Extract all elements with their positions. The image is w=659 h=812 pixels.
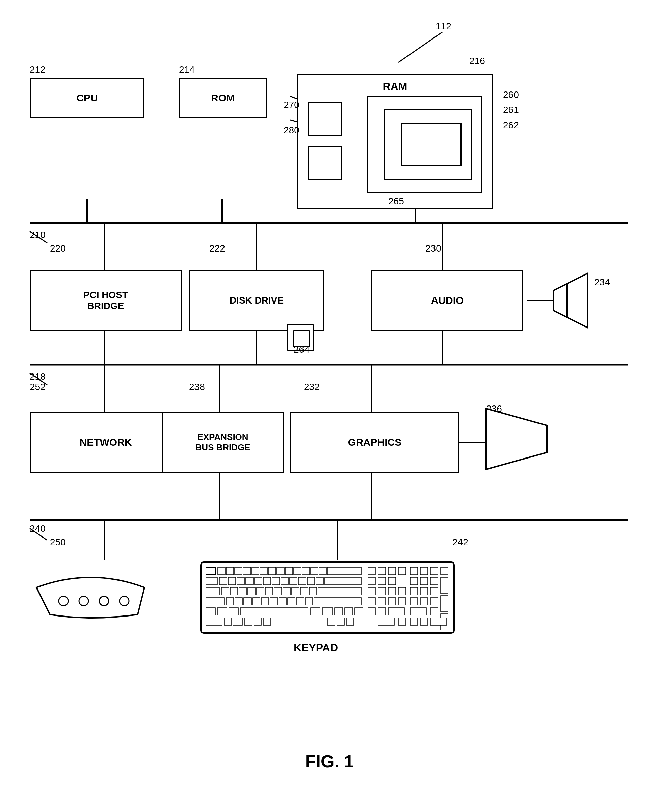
svg-rect-122 <box>229 608 238 615</box>
svg-rect-60 <box>219 577 227 585</box>
svg-rect-50 <box>328 567 361 575</box>
svg-rect-138 <box>244 618 252 625</box>
ref-262: 262 <box>503 120 519 131</box>
svg-rect-137 <box>233 618 243 625</box>
svg-rect-95 <box>388 588 396 595</box>
svg-rect-101 <box>226 598 233 605</box>
svg-rect-147 <box>420 618 428 625</box>
svg-rect-39 <box>235 567 242 575</box>
svg-rect-62 <box>237 577 244 585</box>
svg-rect-135 <box>206 618 222 625</box>
ref-238: 238 <box>189 382 205 392</box>
svg-rect-117 <box>420 598 428 605</box>
svg-rect-103 <box>244 598 251 605</box>
ref-210: 210 <box>30 230 46 240</box>
svg-rect-40 <box>243 567 251 575</box>
svg-rect-107 <box>279 598 286 605</box>
svg-rect-120 <box>206 608 215 615</box>
speaker-icon <box>550 270 591 331</box>
ref-234: 234 <box>594 277 610 288</box>
svg-rect-132 <box>410 608 426 615</box>
svg-rect-119 <box>441 596 448 612</box>
svg-rect-68 <box>290 577 297 585</box>
svg-rect-76 <box>410 577 418 585</box>
svg-point-31 <box>59 596 68 606</box>
svg-rect-105 <box>261 598 269 605</box>
svg-rect-78 <box>430 577 438 585</box>
svg-rect-51 <box>368 567 375 575</box>
svg-rect-90 <box>301 588 308 595</box>
svg-rect-65 <box>263 577 271 585</box>
svg-rect-94 <box>378 588 386 595</box>
disk-drive-box: DISK DRIVE <box>189 270 324 331</box>
cpu-box: CPU <box>30 78 145 118</box>
svg-point-32 <box>79 596 88 606</box>
svg-rect-37 <box>218 567 225 575</box>
svg-rect-80 <box>206 588 219 595</box>
ref-214: 214 <box>179 64 195 75</box>
svg-rect-123 <box>240 608 308 615</box>
svg-point-33 <box>99 596 109 606</box>
svg-rect-47 <box>302 567 310 575</box>
audio-box: AUDIO <box>371 270 523 331</box>
svg-rect-112 <box>368 598 375 605</box>
svg-rect-141 <box>328 618 335 625</box>
svg-rect-108 <box>288 598 295 605</box>
svg-rect-140 <box>263 618 271 625</box>
svg-rect-89 <box>292 588 299 595</box>
svg-rect-85 <box>257 588 264 595</box>
ref-112: 112 <box>435 21 451 32</box>
ref-250: 250 <box>50 537 66 548</box>
svg-rect-93 <box>368 588 375 595</box>
svg-line-0 <box>398 32 442 63</box>
ref-220: 220 <box>50 243 66 254</box>
svg-rect-73 <box>368 577 375 585</box>
monitor-icon <box>483 405 550 473</box>
svg-rect-75 <box>388 577 396 585</box>
svg-rect-84 <box>248 588 255 595</box>
svg-rect-124 <box>311 608 320 615</box>
ref-270: 270 <box>284 99 300 110</box>
svg-rect-98 <box>420 588 428 595</box>
ref-242: 242 <box>452 537 468 548</box>
ref-252: 252 <box>30 382 46 392</box>
usb-device-icon <box>30 560 151 628</box>
svg-rect-106 <box>270 598 277 605</box>
svg-rect-92 <box>318 588 361 595</box>
svg-rect-48 <box>311 567 318 575</box>
svg-rect-97 <box>410 588 418 595</box>
ref-240: 240 <box>30 523 46 534</box>
keypad-icon <box>199 560 456 635</box>
svg-rect-146 <box>410 618 418 625</box>
svg-rect-54 <box>398 567 406 575</box>
ref-264: 264 <box>294 344 310 355</box>
svg-rect-42 <box>260 567 267 575</box>
svg-rect-131 <box>388 608 404 615</box>
svg-rect-91 <box>309 588 317 595</box>
svg-rect-111 <box>314 598 361 605</box>
svg-rect-142 <box>337 618 344 625</box>
svg-rect-49 <box>319 567 326 575</box>
svg-rect-44 <box>277 567 284 575</box>
svg-rect-115 <box>398 598 406 605</box>
svg-rect-55 <box>410 567 418 575</box>
svg-rect-128 <box>355 608 363 615</box>
svg-rect-148 <box>430 618 447 625</box>
svg-rect-63 <box>246 577 253 585</box>
svg-rect-61 <box>228 577 236 585</box>
svg-rect-56 <box>420 567 428 575</box>
keypad-label: KEYPAD <box>294 642 338 654</box>
svg-rect-129 <box>368 608 375 615</box>
svg-rect-36 <box>206 567 215 575</box>
svg-rect-74 <box>378 577 386 585</box>
ref-230: 230 <box>426 243 441 254</box>
ram-box-outer: RAM <box>297 74 493 209</box>
svg-rect-64 <box>255 577 262 585</box>
svg-rect-96 <box>398 588 406 595</box>
svg-rect-145 <box>398 618 406 625</box>
ref-212: 212 <box>30 64 46 75</box>
svg-rect-99 <box>430 588 438 595</box>
rom-box: ROM <box>179 78 267 118</box>
svg-rect-87 <box>274 588 282 595</box>
svg-rect-41 <box>252 567 259 575</box>
